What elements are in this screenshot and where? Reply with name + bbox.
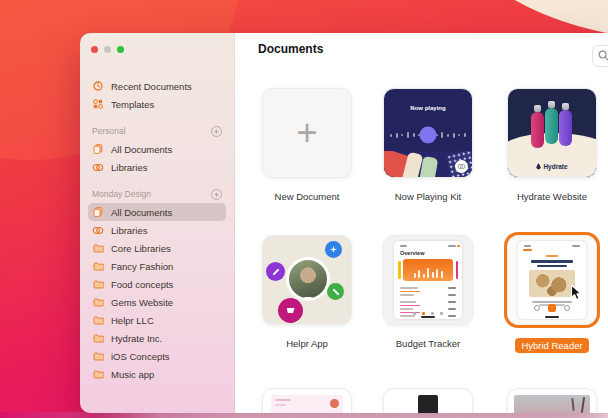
document-card-new: + New Document xyxy=(247,88,367,202)
document-thumbnail[interactable]: Hydrate xyxy=(507,88,597,178)
zoom-button[interactable] xyxy=(117,46,124,53)
window-controls xyxy=(80,33,234,53)
sidebar-item-label: All Documents xyxy=(111,207,172,218)
sidebar-item-label: Libraries xyxy=(111,162,147,173)
sidebar-item-core-libraries[interactable]: Core Libraries xyxy=(88,239,226,257)
sidebar-item-fancy-fashion[interactable]: Fancy Fashion xyxy=(88,257,226,275)
sidebar-item-music-app[interactable]: Music app xyxy=(88,365,226,383)
page-title: Documents xyxy=(258,42,323,56)
tab-bar xyxy=(394,312,462,315)
sidebar-item-ios-concepts[interactable]: iOS Concepts xyxy=(88,347,226,365)
section-title: Monday Design xyxy=(92,189,151,199)
folder-icon xyxy=(92,370,104,379)
sidebar-item-gems-website[interactable]: Gems Website xyxy=(88,293,226,311)
card-label: Hydrate Website xyxy=(492,191,608,202)
sidebar-item-label: Fancy Fashion xyxy=(111,261,173,272)
libraries-icon xyxy=(92,163,104,172)
sidebar-item-food-concepts[interactable]: Food concepts xyxy=(88,275,226,293)
card-label: Budget Tracker xyxy=(368,338,488,349)
phone-mockup xyxy=(518,241,586,319)
pink-card xyxy=(456,261,459,279)
play-circle xyxy=(420,127,437,144)
card-label: Now Playing Kit xyxy=(368,191,488,202)
cart-bubble xyxy=(278,298,303,323)
pin-bubble xyxy=(327,283,344,300)
sidebar-item-hydrate-inc[interactable]: Hydrate Inc. xyxy=(88,329,226,347)
sparkle-bubble xyxy=(325,241,342,258)
card-label: New Document xyxy=(247,191,367,202)
drop-icon xyxy=(536,163,541,170)
plus-icon: + xyxy=(296,115,317,151)
sidebar-item-label: Music app xyxy=(111,369,154,380)
document-card-now-playing-kit: Now playing Now Playing Kit xyxy=(368,88,488,202)
home-indicator xyxy=(421,316,435,318)
sidebar-item-label: Libraries xyxy=(111,225,147,236)
sidebar-item-label: Helpr LLC xyxy=(111,315,154,326)
document-card-hydrate-website: Hydrate Hydrate Website xyxy=(492,88,608,202)
tool-bubble xyxy=(266,262,285,281)
selected-label-pill: Hybrid Reader xyxy=(515,338,588,353)
sidebar-nav: Recent Documents Templates Personal + xyxy=(80,77,234,383)
search-button[interactable] xyxy=(592,45,608,67)
templates-icon xyxy=(92,99,104,109)
sidebar-item-personal-all-documents[interactable]: All Documents xyxy=(88,140,226,158)
documents-icon xyxy=(92,207,104,217)
folder-icon xyxy=(92,280,104,289)
sidebar-section-monday-design: Monday Design + xyxy=(88,185,226,203)
avatar xyxy=(286,257,330,301)
story-title-line xyxy=(537,265,567,268)
minimize-button[interactable] xyxy=(104,46,111,53)
sidebar-item-personal-libraries[interactable]: Libraries xyxy=(88,158,226,176)
bottle-purple xyxy=(559,110,572,146)
app-window: Recent Documents Templates Personal + xyxy=(80,33,608,413)
folder-icon xyxy=(92,316,104,325)
sidebar-item-label: Hydrate Inc. xyxy=(111,333,162,344)
bar-chart xyxy=(403,259,453,281)
clock-icon xyxy=(92,81,104,91)
document-card-partial-3 xyxy=(492,388,608,413)
document-thumbnail[interactable] xyxy=(507,388,597,413)
sidebar-item-label: Templates xyxy=(111,99,154,110)
document-thumbnail[interactable]: Now playing xyxy=(383,88,473,178)
documents-panel: Documents + New Document Now playing xyxy=(235,33,608,413)
card-label-selected: Hybrid Reader xyxy=(492,338,608,353)
audio-controls xyxy=(518,304,586,312)
sidebar-item-label: All Documents xyxy=(111,144,172,155)
sidebar-item-recent-documents[interactable]: Recent Documents xyxy=(88,77,226,95)
close-button[interactable] xyxy=(91,46,98,53)
document-thumbnail[interactable] xyxy=(262,235,352,325)
sidebar-item-md-all-documents[interactable]: All Documents xyxy=(88,203,226,221)
sidebar-item-label: Food concepts xyxy=(111,279,173,290)
document-thumbnail[interactable]: Overview xyxy=(383,235,473,325)
mouse-cursor xyxy=(570,284,582,305)
story-illustration xyxy=(529,270,575,297)
folder-icon xyxy=(92,244,104,253)
sidebar-item-label: Gems Website xyxy=(111,297,173,308)
folder-icon xyxy=(92,334,104,343)
sidebar-item-md-libraries[interactable]: Libraries xyxy=(88,221,226,239)
card-label: Helpr App xyxy=(247,338,367,349)
new-document-button[interactable]: + xyxy=(262,88,352,178)
sidebar-section-personal: Personal + xyxy=(88,122,226,140)
add-section-button[interactable]: + xyxy=(211,189,222,200)
story-title-line xyxy=(531,260,573,263)
add-section-button[interactable]: + xyxy=(211,126,222,137)
section-title: Personal xyxy=(92,126,126,136)
caption-line xyxy=(532,301,572,303)
folder-icon xyxy=(92,262,104,271)
document-card-partial-2 xyxy=(368,388,488,413)
document-card-partial-1 xyxy=(247,388,367,413)
document-thumbnail[interactable] xyxy=(262,388,352,413)
logo-text: Hydrate xyxy=(543,163,567,170)
libraries-icon xyxy=(92,226,104,235)
folder-icon xyxy=(92,298,104,307)
document-thumbnail-selected[interactable] xyxy=(507,235,597,325)
document-thumbnail[interactable] xyxy=(383,388,473,413)
bottle-pink xyxy=(531,112,544,148)
home-indicator xyxy=(545,316,559,318)
hydrate-logo: Hydrate xyxy=(508,163,596,170)
sidebar: Recent Documents Templates Personal + xyxy=(80,33,235,413)
sidebar-item-helpr-llc[interactable]: Helpr LLC xyxy=(88,311,226,329)
sidebar-item-label: Core Libraries xyxy=(111,243,171,254)
sidebar-item-templates[interactable]: Templates xyxy=(88,95,226,113)
